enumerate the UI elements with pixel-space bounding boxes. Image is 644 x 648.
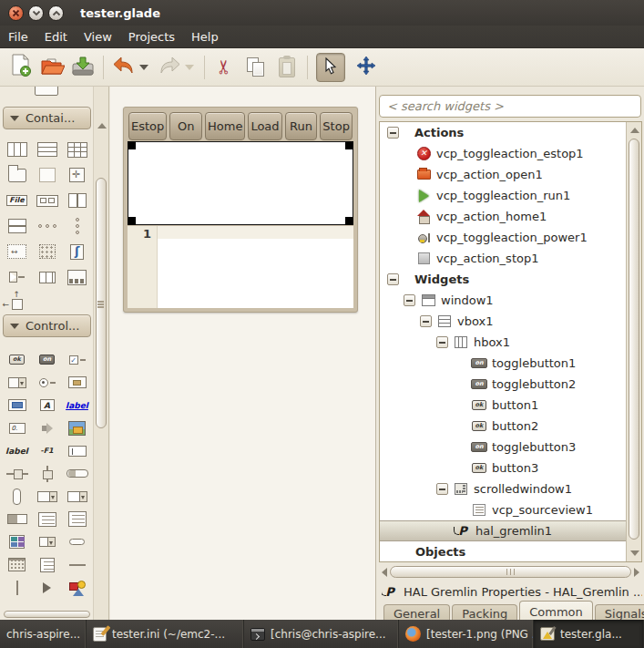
- selection-handle[interactable]: [345, 217, 353, 225]
- alignment-icon[interactable]: [12, 299, 23, 310]
- linkbutton-icon[interactable]: label: [66, 401, 88, 410]
- tree-section-widgets[interactable]: Widgets: [380, 269, 626, 290]
- maximize-button[interactable]: [48, 5, 64, 21]
- drag-resize-button[interactable]: [351, 53, 382, 82]
- listview-icon[interactable]: [40, 558, 55, 572]
- taskbar-item-gedit[interactable]: tester.ini (~/emc2-...: [87, 620, 244, 648]
- tree-row[interactable]: scrolledwindow1: [380, 478, 626, 499]
- tree-row[interactable]: window1: [380, 290, 626, 311]
- sourceview-icon[interactable]: [68, 511, 87, 527]
- tree-row[interactable]: vcp_action_open1: [380, 164, 626, 185]
- vprogressbar-icon[interactable]: [13, 489, 21, 505]
- tree-row[interactable]: vcp_action_home1: [380, 206, 626, 227]
- iconview-icon[interactable]: [39, 244, 56, 259]
- tree-section-objects[interactable]: Objects: [380, 541, 626, 561]
- vseparator-icon[interactable]: [16, 581, 18, 595]
- filechooser-toggle-icon[interactable]: [68, 376, 87, 388]
- tree-row[interactable]: on togglebutton3: [380, 437, 626, 458]
- scrolledwindow-icon[interactable]: [70, 244, 84, 260]
- scroll-right-arrow-icon[interactable]: [634, 568, 639, 577]
- expander-icon[interactable]: [10, 273, 25, 282]
- toplevel-window-icon[interactable]: [35, 87, 58, 96]
- designed-button-load[interactable]: Load: [248, 112, 281, 140]
- table-icon[interactable]: [67, 142, 87, 158]
- tree-row[interactable]: vbox1: [380, 311, 626, 332]
- collapse-expander-icon[interactable]: [387, 127, 399, 139]
- tree-row[interactable]: on togglebutton1: [380, 353, 626, 374]
- textview-icon[interactable]: [38, 512, 56, 527]
- tab-general[interactable]: General: [383, 604, 450, 621]
- iconview-colored-icon[interactable]: [9, 535, 25, 549]
- designed-togglebutton-estop[interactable]: Estop: [128, 112, 167, 140]
- redo-dropdown-arrow[interactable]: [185, 65, 194, 70]
- tab-common[interactable]: Common: [519, 601, 593, 621]
- tree-row[interactable]: hbox1: [380, 332, 626, 353]
- minimize-button[interactable]: [28, 5, 44, 21]
- tree-row[interactable]: vcp_action_stop1: [380, 248, 626, 269]
- scroll-up-arrow-icon[interactable]: [97, 123, 107, 129]
- vpaned-icon[interactable]: [8, 219, 26, 233]
- fontbutton-icon[interactable]: A: [40, 399, 55, 411]
- vscale-icon[interactable]: [43, 466, 52, 482]
- statusbar-icon[interactable]: [7, 514, 27, 524]
- tab-packing[interactable]: Packing: [452, 604, 517, 621]
- hpaned-icon[interactable]: [68, 193, 87, 208]
- selection-handle[interactable]: [128, 217, 136, 225]
- menu-file[interactable]: File: [0, 27, 36, 46]
- selection-handle[interactable]: [345, 141, 353, 149]
- palette-vertical-scrollbar[interactable]: [94, 87, 109, 620]
- arrow-icon[interactable]: [43, 582, 51, 593]
- hbuttonbox-icon[interactable]: [38, 224, 56, 228]
- menu-projects[interactable]: Projects: [120, 27, 183, 46]
- undo-dropdown-arrow[interactable]: [139, 65, 148, 70]
- tree-vertical-scrollbar[interactable]: [626, 122, 641, 561]
- tree-row[interactable]: ok button3: [380, 458, 626, 478]
- taskbar-item-terminal2[interactable]: [chris@chris-aspire...: [244, 620, 399, 648]
- combobox-split-icon[interactable]: [8, 377, 26, 388]
- taskbar-item-glade-active[interactable]: tester.gla...: [534, 620, 644, 648]
- menu-view[interactable]: View: [76, 27, 120, 46]
- vbuttonbox-icon[interactable]: [76, 218, 79, 234]
- button-icon[interactable]: ok: [9, 355, 25, 365]
- notebook-icon[interactable]: [8, 169, 26, 182]
- accellabel-icon[interactable]: -F1: [40, 447, 53, 455]
- cellview-icon[interactable]: [39, 537, 56, 547]
- checkbutton-icon[interactable]: ✓: [69, 355, 86, 365]
- spinbutton-icon[interactable]: 0.: [9, 423, 26, 434]
- collapse-expander-icon[interactable]: [387, 273, 399, 285]
- scrollbar-thumb[interactable]: [629, 139, 639, 540]
- label-icon[interactable]: label: [5, 447, 28, 456]
- selection-handle[interactable]: [128, 141, 136, 149]
- tree-row-selected[interactable]: P hal_gremlin1: [380, 520, 626, 541]
- copy-button[interactable]: [240, 53, 271, 82]
- designed-togglebutton-on[interactable]: On: [169, 112, 202, 140]
- palette-section-controls[interactable]: Control...: [3, 314, 91, 337]
- palette-section-containers[interactable]: Contai...: [3, 107, 91, 129]
- volumebutton-icon[interactable]: [40, 422, 55, 435]
- designed-scrolledwindow-sourceview[interactable]: 1: [128, 226, 353, 308]
- tree-row[interactable]: on togglebutton2: [380, 374, 626, 395]
- collapse-expander-icon[interactable]: [436, 483, 448, 495]
- scroll-left-arrow-icon[interactable]: [382, 568, 387, 577]
- tree-section-actions[interactable]: Actions: [380, 122, 626, 143]
- tree-row[interactable]: ok button1: [380, 395, 626, 416]
- open-project-button[interactable]: [36, 53, 67, 82]
- cut-button[interactable]: ✂: [210, 53, 240, 82]
- progressbar-icon[interactable]: [66, 469, 88, 478]
- undo-button[interactable]: [108, 53, 139, 82]
- buttonbox-icon[interactable]: [36, 195, 58, 207]
- tree-row[interactable]: vcp_toggleaction_run1: [380, 185, 626, 206]
- scroll-up-arrow-icon[interactable]: [630, 128, 639, 133]
- frame-icon[interactable]: [39, 168, 56, 182]
- menu-edit[interactable]: Edit: [36, 27, 76, 46]
- designed-togglebutton-run[interactable]: Run: [285, 112, 318, 140]
- designed-hal-gremlin1-selected[interactable]: [128, 141, 353, 225]
- togglebutton-icon[interactable]: on: [39, 355, 55, 365]
- collapse-expander-icon[interactable]: [420, 315, 432, 327]
- taskbar-item-firefox[interactable]: [tester-1.png (PNG ...: [399, 620, 534, 648]
- collapse-expander-icon[interactable]: [404, 294, 415, 306]
- search-widgets-input[interactable]: [379, 95, 641, 118]
- ruler-icon[interactable]: [39, 272, 56, 283]
- tree-row[interactable]: ok button2: [380, 416, 626, 437]
- combobox-icon[interactable]: [37, 491, 57, 502]
